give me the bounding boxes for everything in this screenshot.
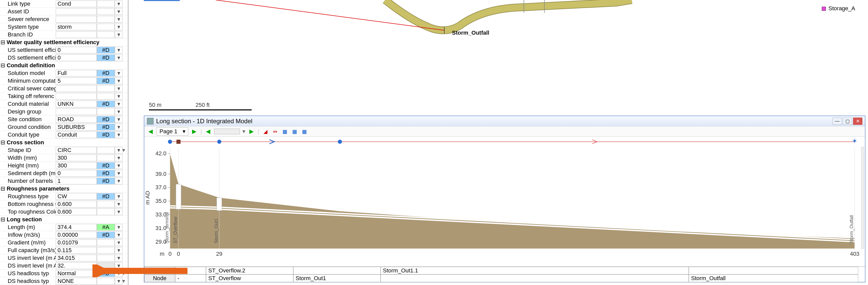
property-value-input[interactable]: Cond (56, 1, 97, 7)
chevron-down-icon[interactable]: ▾ (115, 239, 123, 246)
flag-cell[interactable] (97, 24, 115, 30)
chevron-down-icon[interactable]: ▾ (242, 128, 245, 135)
chevron-down-icon[interactable]: ▾ (115, 178, 123, 184)
property-value-input[interactable]: CW (56, 193, 97, 200)
table-cell[interactable] (689, 267, 858, 275)
chevron-down-icon[interactable]: ▾ (115, 101, 123, 107)
property-value-input[interactable]: Conduit (56, 131, 97, 138)
first-page-button[interactable]: ◀ (147, 128, 154, 135)
property-value-input[interactable] (56, 31, 97, 38)
property-group-header[interactable]: ⊟Conduit definition (0, 62, 128, 69)
property-value-input[interactable]: 0 (56, 170, 97, 177)
property-value-input[interactable]: 1 (56, 178, 97, 184)
chevron-down-icon[interactable]: ▾ (115, 162, 123, 169)
flag-cell[interactable]: #D (97, 77, 115, 84)
flag-cell[interactable]: #D (97, 231, 115, 238)
chevron-down-icon[interactable]: ▾ (115, 77, 123, 84)
chevron-down-icon[interactable]: ▾ (115, 55, 123, 61)
property-value-input[interactable]: 34.015 (56, 255, 97, 261)
chevron-down-icon[interactable]: ▾ (115, 262, 123, 269)
property-value-input[interactable]: 0 (56, 55, 97, 61)
table-cell[interactable]: - (175, 275, 206, 282)
chevron-down-icon[interactable]: ▾ (115, 231, 123, 238)
property-value-input[interactable]: 0 (56, 47, 97, 54)
flag-cell[interactable]: #D (97, 116, 115, 123)
chevron-down-icon[interactable]: ▾ (115, 209, 123, 215)
property-group-header[interactable]: ⊟Long section (0, 216, 128, 223)
link-button[interactable]: ⇔ (272, 128, 279, 135)
property-value-input[interactable]: CIRC (56, 147, 97, 154)
chevron-down-icon[interactable]: ▾ (115, 70, 123, 76)
next-page-button[interactable]: ▶ (191, 128, 198, 135)
flag-cell[interactable]: #D (97, 55, 115, 61)
property-group-header[interactable]: ⊟Cross section (0, 139, 128, 146)
chevron-down-icon[interactable]: ▾ (115, 24, 123, 30)
close-button[interactable]: ✕ (853, 118, 862, 125)
table-cell[interactable] (293, 267, 380, 275)
chevron-down-icon[interactable]: ▾ (115, 8, 123, 15)
property-value-input[interactable]: Full (56, 70, 97, 76)
property-value-input[interactable]: 300 (56, 162, 97, 169)
chevron-down-icon[interactable]: ▾ (115, 1, 123, 7)
flag-cell[interactable] (97, 262, 115, 269)
property-value-input[interactable]: 5 (56, 77, 97, 84)
property-value-input[interactable] (56, 85, 97, 92)
property-value-input[interactable]: 374.4 (56, 224, 97, 230)
chevron-down-icon[interactable]: ▾ (115, 224, 123, 230)
flag-cell[interactable] (97, 85, 115, 92)
page-selector[interactable]: Page 1 ▾ (157, 127, 188, 135)
next-step-button[interactable]: ▶ (248, 128, 255, 135)
flag-cell[interactable] (97, 1, 115, 7)
flag-cell[interactable] (97, 16, 115, 23)
flag-cell[interactable] (97, 239, 115, 246)
property-value-input[interactable]: NONE (56, 278, 97, 284)
chevron-down-icon[interactable]: ▾ (115, 255, 123, 261)
table-cell[interactable]: - (175, 267, 206, 275)
flag-cell[interactable] (97, 209, 115, 215)
flag-cell[interactable]: #A (97, 224, 115, 230)
property-value-input[interactable]: 0.600 (56, 201, 97, 208)
property-group-header[interactable]: ⊟Roughness parameters (0, 185, 128, 193)
panel-titlebar[interactable]: Long section - 1D Integrated Model — ▢ ✕ (144, 116, 865, 126)
property-value-input[interactable]: 0.01079 (56, 239, 97, 246)
chevron-down-icon[interactable]: ▾ (115, 108, 123, 115)
flag-cell[interactable] (97, 31, 115, 38)
property-value-input[interactable]: 32. (56, 262, 97, 269)
property-value-input[interactable] (56, 93, 97, 100)
chevron-down-icon[interactable]: ▾ (115, 155, 123, 161)
chevron-down-icon[interactable]: ▾ (115, 124, 123, 130)
grid1-button[interactable]: ▦ (281, 128, 288, 135)
property-value-input[interactable]: 0.115 (56, 247, 97, 254)
property-value-input[interactable]: Normal (56, 270, 97, 277)
flag-cell[interactable] (97, 278, 115, 284)
collapse-icon[interactable]: ⊟ (0, 39, 6, 46)
prev-step-button[interactable]: ◀ (205, 128, 212, 135)
chevron-down-icon[interactable]: ▾ (115, 85, 123, 92)
collapse-icon[interactable]: ⊟ (0, 216, 6, 223)
table-cell[interactable]: Storm_Out1.1 (380, 267, 689, 275)
table-cell[interactable]: ST_Overflow (206, 275, 293, 282)
flag-cell[interactable]: #D (97, 70, 115, 76)
flag-cell[interactable] (97, 93, 115, 100)
table-cell[interactable]: ST_Overflow.2 (206, 267, 293, 275)
chevron-down-icon[interactable]: ▾ (115, 47, 123, 54)
chevron-down-icon[interactable]: ▾ (115, 201, 123, 208)
flag-cell[interactable]: #D (97, 101, 115, 107)
grid2-button[interactable]: ▦ (291, 128, 298, 135)
collapse-icon[interactable]: ⊟ (0, 185, 6, 192)
chevron-down-icon[interactable]: ▾ (115, 93, 123, 100)
flag-cell[interactable] (97, 108, 115, 115)
property-value-input[interactable] (56, 16, 97, 23)
flag-cell[interactable]: #D (97, 170, 115, 177)
minimize-button[interactable]: — (833, 118, 842, 125)
table-cell[interactable]: Storm_Outfall (689, 275, 858, 282)
flag-cell[interactable] (97, 155, 115, 161)
chevron-down-icon[interactable]: ▾ (115, 193, 123, 200)
property-value-input[interactable]: 300 (56, 155, 97, 161)
property-value-input[interactable]: 0.00000 (56, 231, 97, 238)
chevron-down-icon[interactable]: ▾ (115, 16, 123, 23)
map-area[interactable]: Storm_Outfall Storage_A 50 m 250 ft (128, 0, 868, 116)
chevron-down-icon[interactable]: ▾ (115, 116, 123, 123)
chevron-down-icon[interactable]: ▾ (115, 247, 123, 254)
flag-cell[interactable] (97, 201, 115, 208)
